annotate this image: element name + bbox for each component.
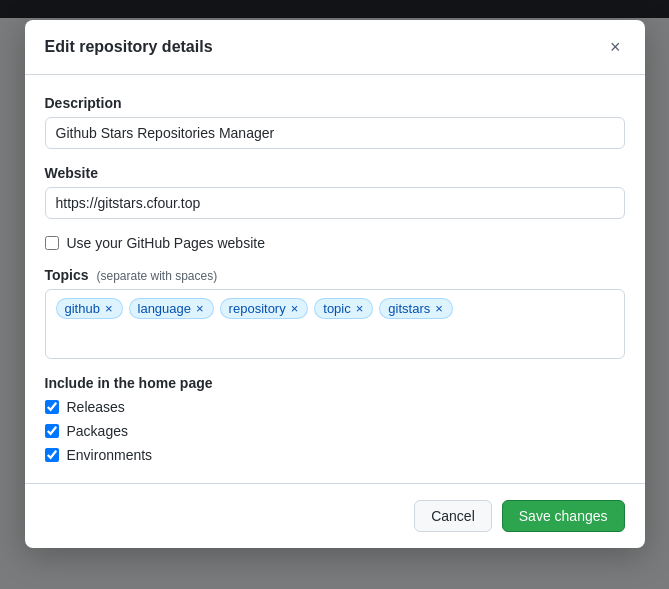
topic-tag: github× (56, 298, 123, 319)
topics-label-row: Topics (separate with spaces) (45, 267, 625, 283)
releases-checkbox-label[interactable]: Releases (67, 399, 125, 415)
topic-remove-button[interactable]: × (104, 302, 114, 315)
environments-checkbox[interactable] (45, 448, 59, 462)
modal-header: Edit repository details × (25, 20, 645, 75)
topic-tag: topic× (314, 298, 373, 319)
github-pages-row: Use your GitHub Pages website (45, 235, 625, 251)
description-label: Description (45, 95, 625, 111)
topic-remove-button[interactable]: × (195, 302, 205, 315)
home-page-item-packages: Packages (45, 423, 625, 439)
topic-tag-text: repository (229, 301, 286, 316)
description-field-group: Description (45, 95, 625, 149)
cancel-button[interactable]: Cancel (414, 500, 492, 532)
topic-tag: gitstars× (379, 298, 453, 319)
topic-tag: language× (129, 298, 214, 319)
save-button[interactable]: Save changes (502, 500, 625, 532)
topic-tag-text: gitstars (388, 301, 430, 316)
topic-remove-button[interactable]: × (290, 302, 300, 315)
home-page-item-releases: Releases (45, 399, 625, 415)
home-page-title: Include in the home page (45, 375, 625, 391)
topic-tag: repository× (220, 298, 309, 319)
home-page-checkboxes: ReleasesPackagesEnvironments (45, 399, 625, 463)
website-field-group: Website (45, 165, 625, 219)
topic-tag-text: topic (323, 301, 350, 316)
modal-title: Edit repository details (45, 38, 213, 56)
home-page-item-environments: Environments (45, 447, 625, 463)
description-input[interactable] (45, 117, 625, 149)
modal-overlay: Edit repository details × Description We… (0, 0, 669, 589)
topic-tag-text: github (65, 301, 100, 316)
website-label: Website (45, 165, 625, 181)
home-page-section: Include in the home page ReleasesPackage… (45, 375, 625, 463)
releases-checkbox[interactable] (45, 400, 59, 414)
website-input[interactable] (45, 187, 625, 219)
packages-checkbox[interactable] (45, 424, 59, 438)
edit-repository-modal: Edit repository details × Description We… (25, 20, 645, 548)
topic-remove-button[interactable]: × (355, 302, 365, 315)
packages-checkbox-label[interactable]: Packages (67, 423, 128, 439)
topics-sublabel: (separate with spaces) (96, 269, 217, 283)
modal-body: Description Website Use your GitHub Page… (25, 75, 645, 483)
topics-label: Topics (45, 267, 89, 283)
topic-tag-text: language (138, 301, 192, 316)
topic-remove-button[interactable]: × (434, 302, 444, 315)
github-pages-label[interactable]: Use your GitHub Pages website (67, 235, 265, 251)
close-button[interactable]: × (606, 36, 625, 58)
topics-field-group: Topics (separate with spaces) github×lan… (45, 267, 625, 359)
modal-footer: Cancel Save changes (25, 483, 645, 548)
github-pages-checkbox[interactable] (45, 236, 59, 250)
environments-checkbox-label[interactable]: Environments (67, 447, 153, 463)
topics-box[interactable]: github×language×repository×topic×gitstar… (45, 289, 625, 359)
